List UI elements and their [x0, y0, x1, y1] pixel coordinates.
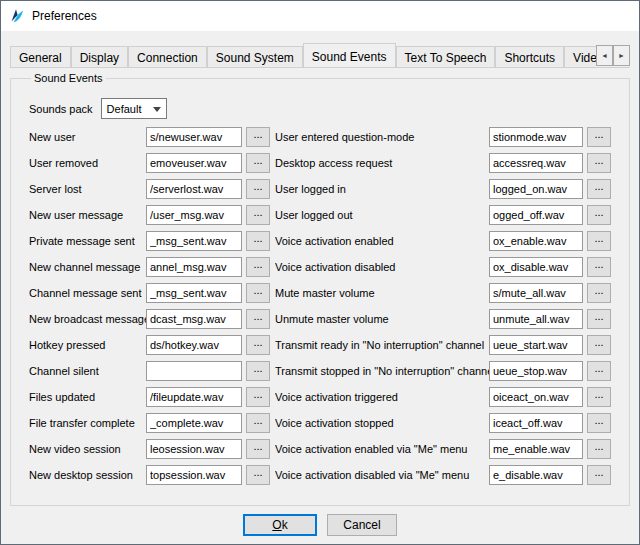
sound-file-input[interactable] [489, 127, 583, 147]
sound-file-input[interactable] [489, 205, 583, 225]
dialog-footer: Ok Cancel [1, 514, 639, 536]
tab-shortcuts[interactable]: Shortcuts [495, 46, 564, 67]
browse-button[interactable]: ... [587, 335, 611, 355]
sound-file-input[interactable] [146, 439, 242, 459]
browse-button[interactable]: ... [587, 387, 611, 407]
sound-file-input[interactable] [146, 413, 242, 433]
browse-button[interactable]: ... [587, 127, 611, 147]
sound-file-input[interactable] [489, 413, 583, 433]
sound-event-row: Voice activation triggered... [275, 387, 621, 407]
sound-event-label: Voice activation disabled [275, 261, 489, 273]
sound-file-input[interactable] [489, 387, 583, 407]
tab-scroll-right-button[interactable]: ► [613, 45, 630, 66]
sound-file-input[interactable] [146, 257, 242, 277]
browse-button[interactable]: ... [246, 257, 270, 277]
sound-file-input[interactable] [489, 439, 583, 459]
tab-sound-events[interactable]: Sound Events [303, 43, 396, 67]
sound-event-label: Unmute master volume [275, 313, 489, 325]
sound-file-input[interactable] [146, 465, 242, 485]
app-icon [9, 8, 25, 24]
browse-button[interactable]: ... [246, 361, 270, 381]
browse-button[interactable]: ... [587, 465, 611, 485]
sound-event-row: Desktop access request... [275, 153, 621, 173]
sound-file-input[interactable] [146, 335, 242, 355]
sound-event-label: File transfer complete [29, 417, 146, 429]
browse-button[interactable]: ... [246, 465, 270, 485]
browse-button[interactable]: ... [246, 283, 270, 303]
browse-button[interactable]: ... [587, 413, 611, 433]
browse-button[interactable]: ... [587, 179, 611, 199]
sound-event-row: File transfer complete... [29, 413, 275, 433]
browse-button[interactable]: ... [246, 439, 270, 459]
sound-event-label: Voice activation enabled via "Me" menu [275, 443, 489, 455]
chevron-down-icon [153, 107, 161, 116]
browse-button[interactable]: ... [587, 231, 611, 251]
group-title: Sound Events [31, 72, 106, 84]
browse-button[interactable]: ... [246, 387, 270, 407]
browse-button[interactable]: ... [246, 127, 270, 147]
ok-button-label: Ok [256, 518, 304, 532]
sounds-pack-row: Sounds pack Default [29, 98, 621, 119]
tab-connection[interactable]: Connection [128, 46, 207, 67]
sound-file-input[interactable] [146, 127, 242, 147]
sound-file-input[interactable] [146, 387, 242, 407]
browse-button[interactable]: ... [246, 205, 270, 225]
window-title: Preferences [32, 9, 97, 23]
sound-file-input[interactable] [489, 179, 583, 199]
browse-button[interactable]: ... [587, 205, 611, 225]
tab-text-to-speech[interactable]: Text To Speech [396, 46, 496, 67]
browse-button[interactable]: ... [587, 257, 611, 277]
cancel-button-label: Cancel [340, 518, 384, 532]
sound-file-input[interactable] [146, 309, 242, 329]
browse-button[interactable]: ... [246, 335, 270, 355]
sound-event-label: Voice activation disabled via "Me" menu [275, 469, 489, 481]
sound-file-input[interactable] [146, 205, 242, 225]
browse-button[interactable]: ... [246, 153, 270, 173]
browse-button[interactable]: ... [246, 413, 270, 433]
browse-button[interactable]: ... [587, 439, 611, 459]
tab-list: GeneralDisplayConnectionSound SystemSoun… [10, 42, 596, 67]
sound-file-input[interactable] [146, 231, 242, 251]
sound-file-input[interactable] [489, 231, 583, 251]
sound-event-row: User logged in... [275, 179, 621, 199]
sound-event-row: Voice activation enabled via "Me" menu..… [275, 439, 621, 459]
sounds-pack-label: Sounds pack [29, 103, 93, 115]
sound-file-input[interactable] [489, 465, 583, 485]
sound-file-input[interactable] [489, 153, 583, 173]
sound-event-row: Files updated... [29, 387, 275, 407]
sound-event-label: Channel silent [29, 365, 146, 377]
sound-event-label: Voice activation enabled [275, 235, 489, 247]
sound-file-input[interactable] [146, 361, 242, 381]
tab-general[interactable]: General [10, 46, 71, 67]
tab-video[interactable]: Video [564, 46, 596, 67]
sound-event-row: Unmute master volume... [275, 309, 621, 329]
browse-button[interactable]: ... [587, 283, 611, 303]
tab-sound-system[interactable]: Sound System [207, 46, 303, 67]
sounds-pack-select[interactable]: Default [101, 98, 167, 119]
ok-button[interactable]: Ok [243, 514, 317, 536]
cancel-button[interactable]: Cancel [327, 514, 397, 536]
sound-file-input[interactable] [489, 309, 583, 329]
sound-file-input[interactable] [146, 179, 242, 199]
sound-event-label: New video session [29, 443, 146, 455]
tab-bar: GeneralDisplayConnectionSound SystemSoun… [10, 43, 630, 68]
browse-button[interactable]: ... [587, 361, 611, 381]
titlebar: Preferences [1, 1, 639, 31]
browse-button[interactable]: ... [246, 309, 270, 329]
sound-file-input[interactable] [489, 257, 583, 277]
tab-display[interactable]: Display [71, 46, 128, 67]
browse-button[interactable]: ... [587, 153, 611, 173]
browse-button[interactable]: ... [587, 309, 611, 329]
sound-file-input[interactable] [146, 283, 242, 303]
sound-file-input[interactable] [489, 361, 583, 381]
browse-button[interactable]: ... [246, 231, 270, 251]
sound-file-input[interactable] [489, 335, 583, 355]
sound-event-row: User entered question-mode... [275, 127, 621, 147]
sound-event-row: Voice activation enabled... [275, 231, 621, 251]
sound-file-input[interactable] [146, 153, 242, 173]
browse-button[interactable]: ... [246, 179, 270, 199]
sound-event-row: Transmit stopped in "No interruption" ch… [275, 361, 621, 381]
tab-scroll-left-button[interactable]: ◄ [596, 45, 613, 66]
sound-event-row: Voice activation stopped... [275, 413, 621, 433]
sound-file-input[interactable] [489, 283, 583, 303]
